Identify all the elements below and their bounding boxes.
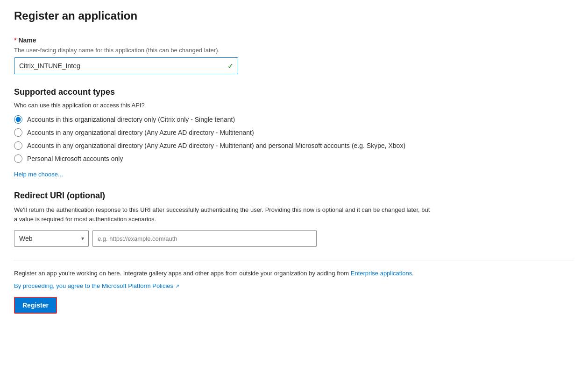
account-types-section: Supported account types Who can use this… bbox=[14, 87, 574, 178]
radio-option-single-tenant[interactable]: Accounts in this organizational director… bbox=[14, 115, 574, 124]
account-types-description: Who can use this application or access t… bbox=[14, 102, 574, 109]
radio-single-tenant-label: Accounts in this organizational director… bbox=[27, 116, 235, 123]
register-button[interactable]: Register bbox=[14, 297, 57, 314]
name-input-wrapper: ✓ bbox=[14, 57, 238, 74]
radio-personal-only[interactable] bbox=[14, 154, 22, 163]
policy-text: By proceeding, you agree to the Microsof… bbox=[14, 282, 173, 289]
footer-text-before-link: Register an app you're working on here. … bbox=[14, 270, 351, 277]
radio-option-personal-only[interactable]: Personal Microsoft accounts only bbox=[14, 154, 574, 163]
name-input[interactable] bbox=[14, 57, 238, 74]
input-check-icon: ✓ bbox=[227, 62, 234, 70]
redirect-uri-section: Redirect URI (optional) We'll return the… bbox=[14, 191, 574, 247]
redirect-uri-description: We'll return the authentication response… bbox=[14, 205, 434, 224]
footer-description: Register an app you're working on here. … bbox=[14, 270, 481, 277]
redirect-inputs-group: Web SPA Public client/native (mobile & d… bbox=[14, 230, 574, 247]
radio-multitenant-personal[interactable] bbox=[14, 141, 22, 150]
external-link-icon: ↗ bbox=[175, 283, 179, 289]
policy-line: By proceeding, you agree to the Microsof… bbox=[14, 282, 574, 289]
name-description: The user-facing display name for this ap… bbox=[14, 47, 574, 54]
name-label: * Name bbox=[14, 36, 574, 44]
footer-text-after-link: . bbox=[412, 270, 414, 277]
name-label-text: Name bbox=[18, 36, 36, 44]
redirect-type-dropdown[interactable]: Web SPA Public client/native (mobile & d… bbox=[14, 230, 89, 247]
name-section: * Name The user-facing display name for … bbox=[14, 36, 574, 74]
policy-link[interactable]: By proceeding, you agree to the Microsof… bbox=[14, 282, 179, 289]
radio-single-tenant[interactable] bbox=[14, 115, 22, 124]
radio-personal-only-label: Personal Microsoft accounts only bbox=[27, 155, 123, 162]
radio-multitenant[interactable] bbox=[14, 128, 22, 137]
redirect-type-dropdown-wrapper: Web SPA Public client/native (mobile & d… bbox=[14, 230, 89, 247]
required-indicator: * bbox=[14, 36, 16, 44]
page-title: Register an application bbox=[14, 9, 574, 22]
radio-option-multitenant[interactable]: Accounts in any organizational directory… bbox=[14, 128, 574, 137]
redirect-uri-heading: Redirect URI (optional) bbox=[14, 191, 574, 201]
radio-multitenant-personal-label: Accounts in any organizational directory… bbox=[27, 142, 405, 149]
redirect-uri-input[interactable] bbox=[92, 230, 317, 247]
help-me-choose-link[interactable]: Help me choose... bbox=[14, 171, 63, 178]
account-types-heading: Supported account types bbox=[14, 87, 574, 97]
radio-option-multitenant-personal[interactable]: Accounts in any organizational directory… bbox=[14, 141, 574, 150]
account-type-radio-group: Accounts in this organizational director… bbox=[14, 115, 574, 163]
footer-divider bbox=[14, 260, 574, 260]
enterprise-applications-link[interactable]: Enterprise applications bbox=[351, 270, 412, 277]
radio-multitenant-label: Accounts in any organizational directory… bbox=[27, 129, 254, 136]
